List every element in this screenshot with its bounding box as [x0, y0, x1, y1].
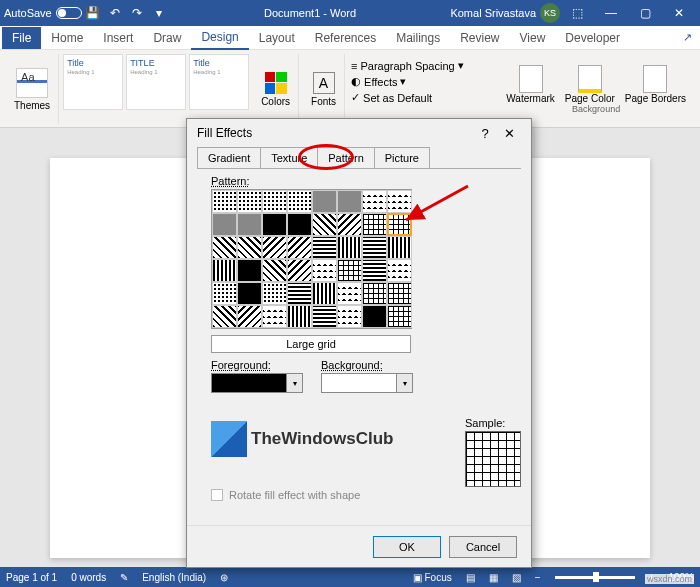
tab-references[interactable]: References [305, 27, 386, 49]
pattern-swatch[interactable] [287, 236, 312, 259]
pattern-swatch[interactable] [337, 190, 362, 213]
effects-button[interactable]: ◐ Effects ▾ [349, 74, 466, 89]
close-button[interactable]: ✕ [662, 0, 696, 26]
pattern-swatch[interactable] [287, 259, 312, 282]
pattern-swatch[interactable] [362, 282, 387, 305]
word-count[interactable]: 0 words [71, 572, 106, 583]
tab-home[interactable]: Home [41, 27, 93, 49]
dialog-help-button[interactable]: ? [473, 126, 497, 141]
zoom-out-button[interactable]: − [535, 572, 541, 583]
pattern-swatch[interactable] [337, 305, 362, 328]
colors-button[interactable]: Colors [257, 70, 294, 109]
pattern-swatch[interactable] [287, 282, 312, 305]
pattern-swatch[interactable] [212, 305, 237, 328]
pattern-swatch[interactable] [337, 213, 362, 236]
pattern-swatch[interactable] [262, 259, 287, 282]
ok-button[interactable]: OK [373, 536, 441, 558]
tab-view[interactable]: View [510, 27, 556, 49]
themes-button[interactable]: Themes [10, 66, 54, 113]
set-as-default-button[interactable]: ✓ Set as Default [349, 90, 466, 105]
pattern-swatch[interactable] [312, 305, 337, 328]
watermark-button[interactable]: Watermark [502, 65, 559, 104]
pattern-swatch[interactable] [237, 236, 262, 259]
pattern-swatch[interactable] [312, 190, 337, 213]
tab-review[interactable]: Review [450, 27, 509, 49]
tab-gradient[interactable]: Gradient [197, 147, 261, 168]
spellcheck-icon[interactable]: ✎ [120, 572, 128, 583]
tab-pattern[interactable]: Pattern [317, 147, 374, 168]
undo-icon[interactable]: ↶ [107, 5, 123, 21]
pattern-swatch[interactable] [362, 213, 387, 236]
tab-picture[interactable]: Picture [374, 147, 430, 168]
cancel-button[interactable]: Cancel [449, 536, 517, 558]
pattern-swatch[interactable] [262, 190, 287, 213]
save-icon[interactable]: 💾 [85, 5, 101, 21]
pattern-swatch[interactable] [262, 305, 287, 328]
pattern-swatch[interactable] [237, 259, 262, 282]
paragraph-spacing-button[interactable]: ≡ Paragraph Spacing ▾ [349, 58, 466, 73]
maximize-button[interactable]: ▢ [628, 0, 662, 26]
pattern-swatch[interactable] [362, 236, 387, 259]
pattern-swatch[interactable] [262, 213, 287, 236]
pattern-swatch[interactable] [387, 236, 412, 259]
pattern-swatch[interactable] [362, 259, 387, 282]
pattern-swatch[interactable] [312, 259, 337, 282]
pattern-swatch[interactable] [312, 236, 337, 259]
pattern-swatch[interactable] [237, 282, 262, 305]
pattern-swatch[interactable] [387, 190, 412, 213]
ribbon-options-icon[interactable]: ⬚ [560, 0, 594, 26]
user-account[interactable]: Komal Srivastava KS [450, 3, 560, 23]
style-set-gallery[interactable]: Title Heading 1 TITLE Heading 1 Title He… [63, 54, 249, 114]
pattern-swatch[interactable] [212, 259, 237, 282]
fonts-button[interactable]: A Fonts [307, 70, 340, 109]
style-set-3[interactable]: Title Heading 1 [189, 54, 249, 110]
pattern-swatch[interactable] [212, 236, 237, 259]
pattern-swatch[interactable] [362, 305, 387, 328]
pattern-swatch[interactable] [387, 259, 412, 282]
pattern-swatch[interactable] [287, 190, 312, 213]
pattern-swatch[interactable] [312, 213, 337, 236]
autosave-control[interactable]: AutoSave [4, 7, 82, 19]
pattern-swatch[interactable] [262, 236, 287, 259]
tab-insert[interactable]: Insert [93, 27, 143, 49]
background-dropdown[interactable]: ▾ [321, 373, 413, 393]
pattern-swatch[interactable] [237, 305, 262, 328]
language-status[interactable]: English (India) [142, 572, 206, 583]
focus-mode[interactable]: ▣ Focus [413, 572, 452, 583]
page-status[interactable]: Page 1 of 1 [6, 572, 57, 583]
pattern-swatch[interactable] [262, 282, 287, 305]
pattern-swatch[interactable] [212, 213, 237, 236]
view-print-icon[interactable]: ▦ [489, 572, 498, 583]
tab-texture[interactable]: Texture [260, 147, 318, 168]
dialog-close-button[interactable]: ✕ [497, 126, 521, 141]
zoom-slider[interactable] [555, 576, 635, 579]
pattern-swatch[interactable] [287, 213, 312, 236]
pattern-swatch[interactable] [287, 305, 312, 328]
pattern-swatch[interactable] [212, 282, 237, 305]
redo-icon[interactable]: ↷ [129, 5, 145, 21]
qat-customize-icon[interactable]: ▾ [151, 5, 167, 21]
view-read-icon[interactable]: ▤ [466, 572, 475, 583]
pattern-swatch[interactable] [337, 236, 362, 259]
pattern-swatch[interactable] [387, 305, 412, 328]
minimize-button[interactable]: — [594, 0, 628, 26]
page-borders-button[interactable]: Page Borders [621, 65, 690, 104]
autosave-toggle[interactable] [56, 7, 82, 19]
tab-mailings[interactable]: Mailings [386, 27, 450, 49]
share-button[interactable]: ↗ [675, 31, 700, 44]
style-set-2[interactable]: TITLE Heading 1 [126, 54, 186, 110]
tab-layout[interactable]: Layout [249, 27, 305, 49]
pattern-swatch[interactable] [362, 190, 387, 213]
foreground-dropdown[interactable]: ▾ [211, 373, 303, 393]
pattern-swatch-selected[interactable] [387, 213, 412, 236]
pattern-swatch[interactable] [237, 213, 262, 236]
tab-draw[interactable]: Draw [143, 27, 191, 49]
pattern-swatch[interactable] [337, 282, 362, 305]
pattern-swatch[interactable] [237, 190, 262, 213]
accessibility-icon[interactable]: ⊛ [220, 572, 228, 583]
tab-design[interactable]: Design [191, 26, 248, 50]
pattern-swatch[interactable] [337, 259, 362, 282]
tab-developer[interactable]: Developer [555, 27, 630, 49]
view-web-icon[interactable]: ▨ [512, 572, 521, 583]
pattern-swatch[interactable] [387, 282, 412, 305]
